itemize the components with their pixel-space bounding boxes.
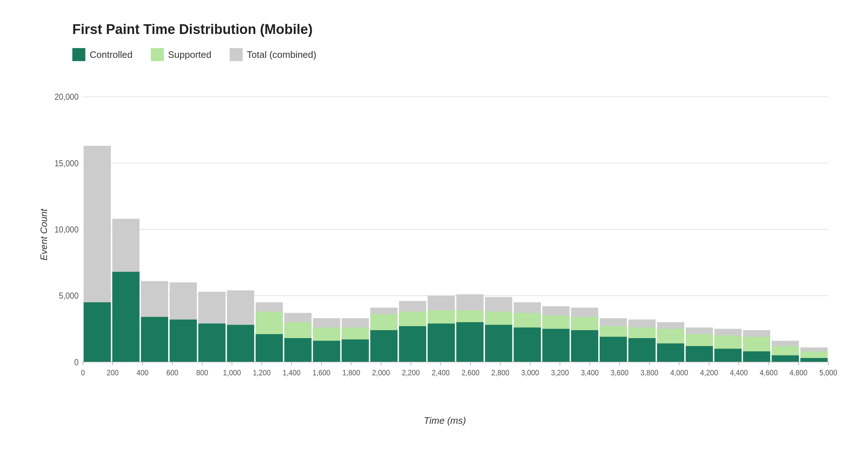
svg-rect-54: [456, 322, 484, 362]
svg-text:4,400: 4,400: [730, 368, 748, 377]
svg-text:0: 0: [74, 357, 78, 367]
svg-text:4,200: 4,200: [700, 368, 718, 377]
svg-text:5,000: 5,000: [819, 368, 837, 377]
svg-text:1,600: 1,600: [312, 368, 331, 377]
y-axis-label: Event Count: [38, 209, 50, 260]
svg-text:2,600: 2,600: [461, 368, 480, 377]
svg-text:4,000: 4,000: [670, 368, 688, 377]
svg-rect-24: [170, 320, 197, 362]
svg-text:2,200: 2,200: [402, 368, 420, 377]
svg-rect-66: [571, 330, 598, 362]
svg-rect-72: [628, 338, 655, 362]
svg-rect-75: [657, 344, 684, 362]
svg-rect-18: [112, 272, 139, 362]
svg-rect-45: [370, 330, 397, 362]
svg-rect-42: [342, 340, 369, 362]
svg-text:2,400: 2,400: [432, 368, 450, 377]
svg-rect-69: [600, 337, 627, 362]
svg-text:1,000: 1,000: [223, 368, 241, 377]
svg-text:400: 400: [137, 368, 149, 377]
svg-rect-0: [72, 48, 85, 61]
svg-text:3,600: 3,600: [610, 368, 629, 377]
legend-label-controlled: Controlled: [90, 49, 133, 60]
svg-rect-2: [230, 48, 243, 61]
svg-text:20,000: 20,000: [55, 92, 79, 102]
svg-text:3,200: 3,200: [551, 368, 569, 377]
svg-rect-90: [800, 358, 827, 362]
svg-rect-60: [514, 328, 541, 362]
svg-text:2,800: 2,800: [492, 368, 510, 377]
legend: Controlled Supported Total (combined): [72, 48, 839, 61]
svg-text:3,400: 3,400: [581, 368, 599, 377]
svg-text:3,000: 3,000: [521, 368, 539, 377]
main-chart-svg: 05,00010,00015,00020,00002004006008001,0…: [51, 76, 839, 394]
supported-swatch: [151, 48, 164, 61]
svg-text:800: 800: [196, 368, 208, 377]
svg-text:600: 600: [166, 368, 178, 377]
svg-rect-87: [772, 355, 799, 362]
svg-rect-51: [427, 324, 455, 362]
svg-text:1,800: 1,800: [342, 368, 360, 377]
chart-container: First Paint Time Distribution (Mobile) C…: [0, 0, 868, 452]
svg-text:200: 200: [107, 368, 119, 377]
svg-rect-57: [485, 325, 512, 362]
svg-rect-81: [714, 349, 741, 362]
svg-text:4,600: 4,600: [760, 368, 778, 377]
svg-rect-30: [227, 325, 254, 362]
svg-rect-78: [686, 346, 713, 362]
total-swatch: [230, 48, 243, 61]
svg-text:1,200: 1,200: [253, 368, 271, 377]
controlled-swatch: [72, 48, 85, 61]
chart-area: Event Count Time (ms) 05,00010,00015,000…: [51, 76, 839, 394]
svg-text:5,000: 5,000: [59, 291, 79, 300]
chart-title: First Paint Time Distribution (Mobile): [72, 22, 839, 37]
svg-rect-63: [542, 329, 570, 362]
svg-rect-33: [256, 334, 283, 362]
legend-item-total: Total (combined): [230, 48, 316, 61]
svg-rect-27: [198, 324, 225, 362]
svg-rect-36: [284, 338, 311, 362]
svg-rect-21: [141, 317, 168, 362]
svg-text:0: 0: [81, 368, 85, 377]
legend-item-controlled: Controlled: [72, 48, 133, 61]
svg-text:15,000: 15,000: [55, 158, 79, 168]
svg-rect-15: [84, 302, 111, 362]
svg-text:1,400: 1,400: [283, 368, 301, 377]
svg-rect-1: [151, 48, 164, 61]
svg-text:2,000: 2,000: [372, 368, 390, 377]
svg-rect-84: [743, 351, 770, 362]
x-axis-label: Time (ms): [424, 415, 466, 426]
legend-label-total: Total (combined): [247, 49, 316, 60]
svg-rect-48: [399, 326, 426, 362]
svg-text:3,800: 3,800: [641, 368, 659, 377]
legend-item-supported: Supported: [151, 48, 212, 61]
svg-rect-39: [313, 341, 340, 362]
svg-text:10,000: 10,000: [55, 225, 79, 234]
legend-label-supported: Supported: [168, 49, 212, 60]
svg-text:4,800: 4,800: [790, 368, 808, 377]
